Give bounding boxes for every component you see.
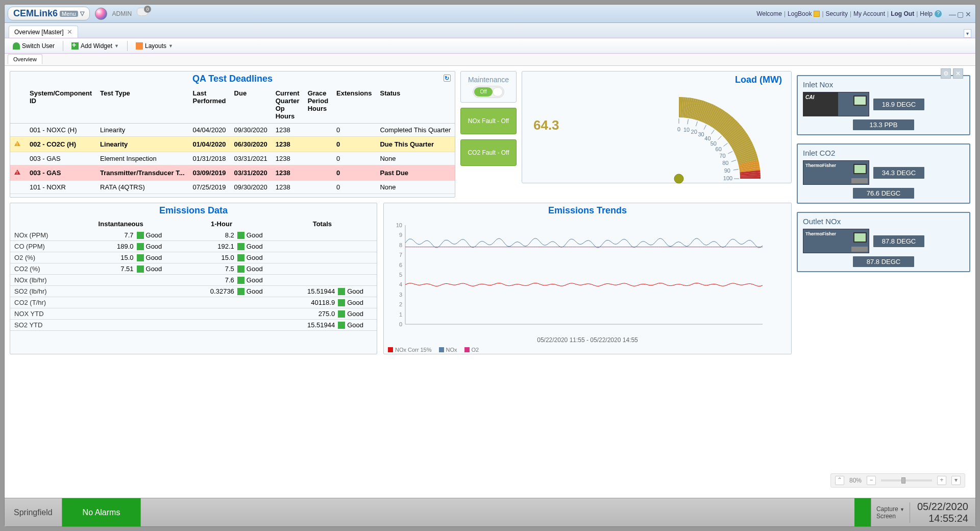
maintenance-label: Maintenance <box>463 76 514 84</box>
chevron-down-icon: ▽ <box>80 10 84 17</box>
capture-screen-button[interactable]: Capture ▼ Screen <box>871 498 910 526</box>
emissions-row: NOx (PPM)7.7Good8.2Good <box>10 230 377 241</box>
emissions-row: SO2 YTD15.51944Good <box>10 320 377 331</box>
zoom-control[interactable]: ⌃ 80% − + ▾ <box>830 473 965 488</box>
table-row[interactable]: 003 - GASElement Inspection01/31/201803/… <box>10 152 455 165</box>
alarm-status[interactable]: No Alarms <box>62 498 141 526</box>
emissions-row: SO2 (lb/hr)0.32736Good15.51944Good <box>10 286 377 297</box>
table-row[interactable]: !002 - CO2C (H)Linearity01/04/202006/30/… <box>10 137 455 152</box>
globe-icon[interactable] <box>95 8 107 20</box>
table-row[interactable]: !003 - GASTransmitter/Transducer T...03/… <box>10 165 455 181</box>
link-logout[interactable]: Log Out <box>891 10 914 17</box>
zoom-out-button[interactable]: − <box>867 476 876 485</box>
layouts-label: Layouts <box>145 42 166 50</box>
svg-text:5: 5 <box>399 272 402 278</box>
svg-text:0: 0 <box>677 126 680 132</box>
switch-user-button[interactable]: Switch User <box>10 41 58 51</box>
window-tab-overview-master[interactable]: Overview [Master] ✕ <box>9 26 78 38</box>
close-tab-icon[interactable]: ✕ <box>67 28 72 36</box>
load-gauge: Load (MW) 64.3 0102030405060708090100 <box>522 71 792 183</box>
status-date: 05/22/2020 <box>917 501 968 513</box>
inlet-nox-title: Inlet Nox <box>803 80 964 89</box>
zoom-menu-icon[interactable]: ▾ <box>951 476 961 485</box>
link-security[interactable]: Security <box>826 10 848 17</box>
outlet-nox-card: Outlet NOx ThermoFisher 87.8 DEGC 87.8 D… <box>797 212 970 272</box>
zoom-up-icon[interactable]: ⌃ <box>835 476 844 485</box>
nox-fault-button[interactable]: NOx Fault - Off <box>460 108 517 134</box>
chevron-down-icon: ▼ <box>168 43 173 49</box>
outlet-nox-title: Outlet NOx <box>803 217 964 226</box>
gauge-value: 64.3 <box>533 117 559 133</box>
chat-badge: 0 <box>144 6 151 13</box>
instrument-brand: CAI <box>805 94 814 100</box>
svg-text:7: 7 <box>399 252 402 258</box>
add-widget-button[interactable]: Add Widget ▼ <box>68 41 122 51</box>
svg-line-12 <box>723 143 727 147</box>
co2-fault-button[interactable]: CO2 Fault - Off <box>460 139 517 166</box>
instrument-icon: ThermoFisher <box>803 160 869 185</box>
svg-text:10: 10 <box>396 222 402 228</box>
tab-list-dropdown[interactable]: ▾ <box>964 29 971 38</box>
maintenance-panel: Maintenance Off <box>460 71 517 103</box>
svg-text:6: 6 <box>399 262 402 268</box>
instrument-icon: ThermoFisher <box>803 229 869 253</box>
emissions-row: CO2 (%)7.51Good7.5Good <box>10 263 377 275</box>
current-user: ADMIN <box>112 10 132 17</box>
inlet-nox-reading1: 18.9 DEGC <box>873 99 924 110</box>
maintenance-toggle[interactable]: Off <box>473 86 504 98</box>
window-tab-label: Overview [Master] <box>14 29 64 36</box>
link-help[interactable]: Help <box>920 10 933 17</box>
emissions-row: CO2 (T/hr)40118.9Good <box>10 297 377 308</box>
svg-line-16 <box>731 160 737 162</box>
logo-sub: Menu <box>60 11 78 17</box>
status-indicator <box>854 498 871 526</box>
layouts-button[interactable]: Layouts ▼ <box>133 41 176 51</box>
emissions-row: CO (PPM)189.0Good192.1Good <box>10 241 377 252</box>
tab-overview[interactable]: Overview <box>8 54 42 64</box>
svg-text:1: 1 <box>399 311 402 318</box>
svg-text:70: 70 <box>719 153 725 159</box>
qa-table: System/Component IDTest TypeLastPerforme… <box>10 86 455 197</box>
table-row[interactable]: 101 - NOXRRATA (4QTRS)07/25/201909/30/20… <box>10 181 455 194</box>
instrument-brand: ThermoFisher <box>805 163 836 168</box>
table-row[interactable]: 001 - NOXC (H)Linearity04/04/202009/30/2… <box>10 124 455 137</box>
chevron-down-icon: ▼ <box>114 43 119 49</box>
refresh-icon[interactable]: ↻ <box>444 75 451 82</box>
help-icon[interactable]: ? <box>935 10 942 17</box>
app-menu-button[interactable]: CEMLink6 Menu ▽ <box>8 7 90 20</box>
zoom-in-button[interactable]: + <box>937 476 946 485</box>
svg-text:60: 60 <box>716 146 722 152</box>
zoom-slider[interactable] <box>881 479 932 481</box>
separator <box>127 41 128 51</box>
site-name: Springfield <box>5 508 62 517</box>
switch-user-label: Switch User <box>22 42 55 50</box>
inlet-co2-reading1: 34.3 DEGC <box>873 167 924 179</box>
gauge-icon: 0102030405060708090100 <box>653 77 761 184</box>
settings-icon[interactable]: ⚙ <box>941 68 951 79</box>
qa-title: QA Test Deadlines <box>192 74 273 84</box>
chat-button[interactable]: 0 <box>137 8 151 20</box>
svg-text:50: 50 <box>710 140 717 147</box>
svg-text:9: 9 <box>399 232 402 238</box>
svg-text:80: 80 <box>722 160 728 166</box>
link-welcome[interactable]: Welcome <box>756 10 782 17</box>
inlet-co2-card: Inlet CO2 ThermoFisher 34.3 DEGC 76.6 DE… <box>797 143 970 204</box>
svg-line-6 <box>704 125 706 130</box>
svg-text:8: 8 <box>399 242 402 248</box>
emissions-row: NOx (lb/hr)7.6Good <box>10 275 377 286</box>
inlet-co2-title: Inlet CO2 <box>803 149 964 157</box>
svg-line-14 <box>728 151 732 154</box>
emissions-table: NOx (PPM)7.7Good8.2GoodCO (PPM)189.0Good… <box>10 230 377 331</box>
close-icon[interactable]: ✕ <box>953 68 963 79</box>
plus-icon <box>71 42 79 50</box>
window-maximize-icon[interactable]: ▢ <box>957 10 964 17</box>
window-minimize-icon[interactable]: — <box>949 10 956 17</box>
window-close-icon[interactable]: ✕ <box>965 10 972 17</box>
link-my-account[interactable]: My Account <box>853 10 885 17</box>
toggle-state: Off <box>474 87 493 96</box>
svg-line-4 <box>696 122 697 127</box>
svg-text:30: 30 <box>698 131 704 137</box>
add-widget-label: Add Widget <box>81 42 112 50</box>
link-logbook[interactable]: LogBook <box>788 10 812 17</box>
inlet-nox-reading2: 13.3 PPB <box>853 119 914 130</box>
